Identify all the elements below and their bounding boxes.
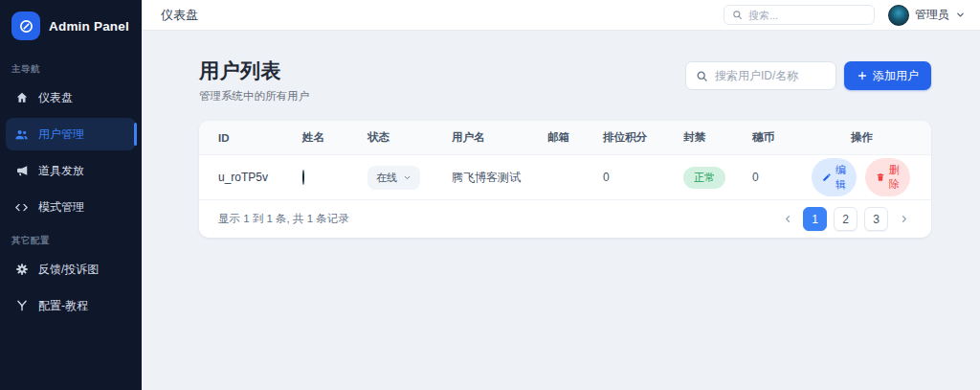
col-header-coins: 穗币 (752, 130, 812, 145)
nav-section-label: 主导航 (0, 54, 142, 80)
col-header-name: 姓名 (302, 130, 368, 145)
col-header-ban: 封禁 (683, 130, 752, 145)
gear-icon (14, 263, 29, 277)
page-subtitle: 管理系统中的所有用户 (199, 89, 309, 103)
app-logo: Admin Panel (0, 0, 142, 54)
ban-status-badge: 正常 (683, 167, 725, 189)
table-row: u_roTP5v 在线 腾飞博客测试 0 正常 0 (199, 155, 931, 199)
add-user-button[interactable]: 添加用户 (844, 61, 931, 90)
records-summary: 显示 1 到 1 条, 共 1 条记录 (218, 212, 349, 226)
code-icon (14, 200, 29, 215)
branch-icon (14, 299, 29, 313)
col-header-id: ID (218, 132, 302, 144)
sidebar-item-label: 道具发放 (38, 163, 84, 179)
app-title: Admin Panel (49, 19, 129, 34)
col-header-actions: 操作 (812, 130, 912, 145)
active-indicator-bar (134, 123, 138, 146)
table-header-row: ID 姓名 状态 用户名 邮箱 排位积分 封禁 穗币 操作 (199, 121, 931, 155)
col-header-rank-points: 排位积分 (603, 130, 683, 145)
table-footer: 显示 1 到 1 条, 共 1 条记录 1 2 3 (199, 199, 931, 238)
users-icon (14, 127, 29, 142)
logo-icon (11, 11, 40, 40)
cell-rank-points: 0 (603, 171, 683, 184)
next-page-button[interactable] (895, 208, 912, 231)
user-menu[interactable]: 管理员 (888, 5, 966, 26)
col-header-status: 状态 (368, 130, 452, 145)
sidebar-item-label: 配置-教程 (38, 298, 88, 314)
topbar: 仪表盘 管理员 (142, 0, 980, 31)
sidebar: Admin Panel 主导航 仪表盘 用户管理 道具发放 模式管理 其它配置 (0, 0, 142, 390)
nav-section-label: 其它配置 (0, 225, 142, 251)
page-button-3[interactable]: 3 (864, 207, 888, 231)
edit-button[interactable]: 编辑 (812, 158, 857, 196)
avatar (302, 170, 304, 185)
sidebar-item-feedback[interactable]: 反馈/投诉图 (6, 253, 136, 286)
page-button-2[interactable]: 2 (834, 207, 858, 231)
user-search[interactable] (685, 61, 836, 90)
pencil-icon (822, 172, 832, 182)
add-user-label: 添加用户 (873, 68, 919, 84)
home-icon (14, 91, 29, 105)
pagination: 1 2 3 (779, 207, 912, 231)
chevron-left-icon (783, 214, 793, 224)
cell-user-id: u_roTP5v (218, 171, 302, 184)
avatar (888, 5, 909, 26)
user-name: 管理员 (915, 7, 949, 23)
sidebar-item-label: 模式管理 (38, 199, 84, 216)
chevron-down-icon (955, 10, 966, 20)
sidebar-item-label: 用户管理 (38, 126, 84, 143)
status-select[interactable]: 在线 (368, 166, 420, 190)
page-title: 用户列表 (199, 57, 309, 84)
chevron-right-icon (899, 214, 909, 224)
sidebar-item-modes[interactable]: 模式管理 (6, 191, 136, 223)
global-search[interactable] (724, 5, 875, 25)
users-table-card: ID 姓名 状态 用户名 邮箱 排位积分 封禁 穗币 操作 u_roTP5v 在… (199, 121, 931, 238)
sidebar-item-dashboard[interactable]: 仪表盘 (6, 81, 136, 114)
trash-icon (876, 172, 885, 182)
cell-coins: 0 (752, 171, 812, 184)
delete-button[interactable]: 删除 (865, 158, 910, 196)
search-icon (696, 70, 708, 82)
global-search-input[interactable] (748, 10, 866, 21)
col-header-email: 邮箱 (547, 130, 603, 145)
sidebar-item-items[interactable]: 道具发放 (6, 154, 136, 187)
sidebar-item-config-tutorial[interactable]: 配置-教程 (6, 289, 136, 322)
sidebar-item-label: 仪表盘 (38, 90, 73, 106)
sidebar-item-users[interactable]: 用户管理 (6, 118, 136, 150)
col-header-username: 用户名 (452, 130, 547, 145)
status-value: 在线 (376, 171, 397, 185)
search-icon (732, 10, 743, 20)
edit-label: 编辑 (835, 163, 846, 192)
cell-username: 腾飞博客测试 (452, 170, 547, 186)
plus-icon (857, 70, 868, 81)
topbar-page-title: 仪表盘 (161, 7, 198, 24)
chevron-down-icon (403, 173, 412, 182)
prev-page-button[interactable] (779, 208, 796, 231)
page-button-1[interactable]: 1 (803, 207, 827, 231)
megaphone-icon (14, 164, 29, 178)
sidebar-item-label: 反馈/投诉图 (38, 262, 99, 278)
delete-label: 删除 (889, 163, 900, 192)
user-search-input[interactable] (715, 69, 826, 82)
